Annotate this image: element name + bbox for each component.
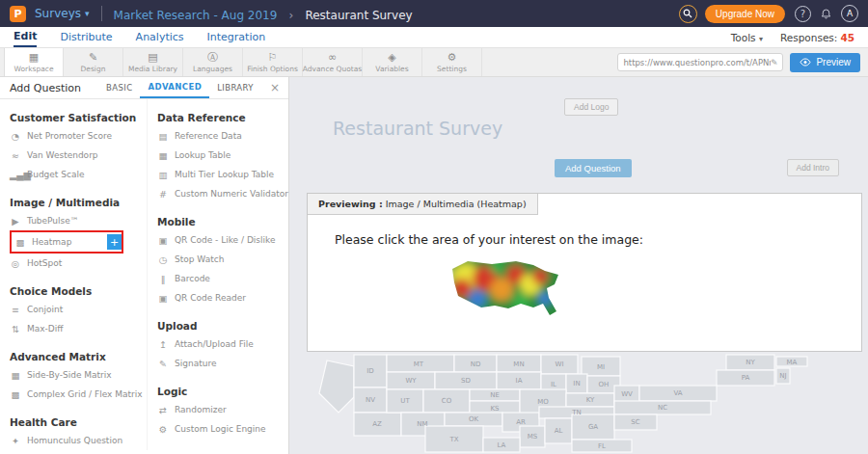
question-type-barcode[interactable]: ‖ Barcode [157, 269, 278, 288]
surveys-menu[interactable]: Surveys ▾ [35, 7, 90, 20]
question-type-numeric-validator[interactable]: # Custom Numeric Validator [157, 184, 278, 203]
randomizer-arrows-icon: ⇄ [157, 405, 169, 415]
question-type-homunculus[interactable]: ✦ Homunculus Question [10, 431, 141, 450]
map-state-label: NM [417, 420, 427, 428]
tab-library[interactable]: LIBRARY [209, 77, 261, 98]
question-type-label: Side-By-Side Matrix [27, 370, 112, 380]
responses-counter[interactable]: Responses:45 [780, 32, 854, 43]
question-type-qr-like-dislike[interactable]: ▣ QR Code - Like / Dislike [157, 230, 278, 250]
usa-background-map: MT ND MN WI MI NY MA ID NV WY SD IA IL I… [290, 353, 868, 454]
survey-url-input[interactable] [623, 58, 770, 67]
question-type-attach-upload-file[interactable]: ↥ Attach/Upload File [157, 334, 278, 354]
question-type-randomizer[interactable]: ⇄ Randomizer [157, 400, 278, 419]
close-icon[interactable]: × [261, 77, 288, 98]
upload-icon: ↥ [157, 339, 169, 350]
question-type-reference-data[interactable]: ▤ Reference Data [157, 126, 278, 146]
eye-icon [800, 58, 811, 67]
breadcrumb: Market Research - Aug 2019 › Restaurant … [114, 5, 413, 23]
breadcrumb-survey-name: Restaurant Survey [305, 9, 412, 22]
map-state-label: WV [621, 390, 633, 398]
bar-chart-icon: ▂▄▆ [10, 170, 21, 180]
toolbar-item-variables[interactable]: ◈ Variables [363, 48, 422, 76]
maxdiff-arrows-icon: ⇅ [10, 324, 21, 334]
map-state-label: IL [551, 381, 556, 388]
question-type-custom-logic-engine[interactable]: ⚙ Custom Logic Engine [157, 419, 278, 439]
map-state-label: WY [405, 377, 417, 385]
toolbar-item-media-library[interactable]: ▤ Media Library [123, 48, 183, 76]
bell-icon [820, 8, 832, 20]
question-type-stop-watch[interactable]: ◷ Stop Watch [157, 250, 278, 269]
toolbar-item-settings[interactable]: ⚙ Settings [422, 48, 482, 76]
help-button[interactable]: ? [795, 6, 811, 22]
map-state-label: AR [516, 418, 526, 426]
add-logo-button[interactable]: Add Logo [564, 98, 618, 116]
questionpro-logo[interactable]: P [10, 6, 26, 22]
map-state-label: MT [414, 361, 424, 368]
question-type-side-by-side-matrix[interactable]: ▦ Side-By-Side Matrix [10, 365, 141, 385]
question-type-max-diff[interactable]: ⇅ Max-Diff [10, 319, 141, 338]
hotspot-target-icon: ◎ [10, 258, 21, 269]
notifications-button[interactable] [820, 8, 832, 20]
question-type-van-westendorp[interactable]: ≈ Van Westendorp [10, 146, 141, 165]
question-type-net-promoter-score[interactable]: ◔ Net Promoter Score [10, 126, 141, 146]
question-type-hotspot[interactable]: ◎ HotSpot [10, 254, 141, 273]
map-state-label: FL [598, 442, 606, 450]
question-type-conjoint[interactable]: ≡ Conjoint [10, 300, 141, 319]
add-heatmap-question-button[interactable]: + [107, 234, 122, 250]
breadcrumb-folder-link[interactable]: Market Research - Aug 2019 [114, 9, 278, 22]
toolbar-item-label: Finish Options [247, 65, 298, 73]
map-state-label: SC [631, 418, 639, 426]
toolbar-item-label: Advance Quotas [303, 65, 362, 73]
tab-basic[interactable]: BASIC [98, 77, 140, 98]
question-type-label: Signature [175, 359, 216, 368]
question-type-heatmap[interactable]: ▩ Heatmap + [10, 230, 123, 254]
surveys-menu-label: Surveys [35, 7, 81, 20]
question-type-complex-grid[interactable]: ▩ Complex Grid / Flex Matrix [10, 385, 141, 404]
question-type-label: Max-Diff [27, 324, 64, 334]
upgrade-now-button[interactable]: Upgrade Now [705, 5, 785, 23]
previewing-value: Image / Multimedia (Heatmap) [383, 199, 527, 209]
section-heading: Upload [157, 320, 278, 332]
tab-edit[interactable]: Edit [14, 28, 37, 47]
map-state-label: NC [658, 404, 667, 412]
toolbar-item-languages[interactable]: Ⓐ Languages [183, 48, 243, 76]
question-type-label: Stop Watch [175, 254, 224, 264]
edit-url-pencil-icon[interactable]: ✎ [771, 58, 778, 67]
preview-button[interactable]: Preview [790, 53, 860, 72]
toolbar-item-label: Design [81, 65, 106, 73]
map-state-label: IN [573, 380, 580, 387]
pricing-curve-icon: ≈ [10, 150, 21, 161]
question-type-multi-tier-lookup[interactable]: ▥ Multi Tier Lookup Table [157, 165, 278, 184]
toolbar-item-workspace[interactable]: ▦ Workspace [4, 48, 64, 76]
question-type-qr-code-reader[interactable]: ▣ QR Code Reader [157, 288, 278, 307]
breadcrumb-separator: › [288, 9, 293, 22]
add-question-button[interactable]: Add Question [555, 159, 632, 177]
toolbar-item-finish-options[interactable]: ⚐ Finish Options [243, 48, 303, 76]
qr-code-icon: ▣ [157, 235, 169, 246]
design-brush-icon: ✎ [89, 52, 97, 63]
toolbar-item-design[interactable]: ✎ Design [64, 48, 123, 76]
question-type-budget-scale[interactable]: ▂▄▆ Budget Scale [10, 165, 141, 184]
survey-title[interactable]: Restaurant Survey [333, 118, 502, 139]
video-play-icon: ▶ [10, 216, 21, 227]
map-state-label: NV [366, 396, 375, 404]
toolbar-item-label: Media Library [128, 65, 177, 73]
user-avatar[interactable]: A [841, 5, 858, 22]
toolbar-item-advance-quotas[interactable]: ∞ Advance Quotas [303, 48, 363, 76]
tab-distribute[interactable]: Distribute [60, 29, 112, 46]
map-state-label: IA [516, 377, 523, 385]
tools-menu[interactable]: Tools ▾ [731, 32, 763, 43]
conjoint-icon: ≡ [10, 305, 21, 315]
quota-links-icon: ∞ [328, 52, 337, 63]
tab-analytics[interactable]: Analytics [136, 29, 184, 46]
tab-advanced[interactable]: ADVANCED [140, 77, 209, 98]
map-state-label: KY [586, 396, 595, 404]
tab-integration[interactable]: Integration [207, 29, 266, 46]
add-intro-button[interactable]: Add Intro [787, 159, 840, 176]
question-type-signature[interactable]: ✎ Signature [157, 354, 278, 373]
question-type-lookup-table[interactable]: ▦ Lookup Table [157, 146, 278, 165]
map-state-label: TN [571, 409, 582, 416]
question-type-tubepulse[interactable]: ▶ TubePulse™ [10, 211, 141, 230]
heatmap-usa-image[interactable] [448, 255, 564, 329]
search-button[interactable] [679, 5, 697, 23]
